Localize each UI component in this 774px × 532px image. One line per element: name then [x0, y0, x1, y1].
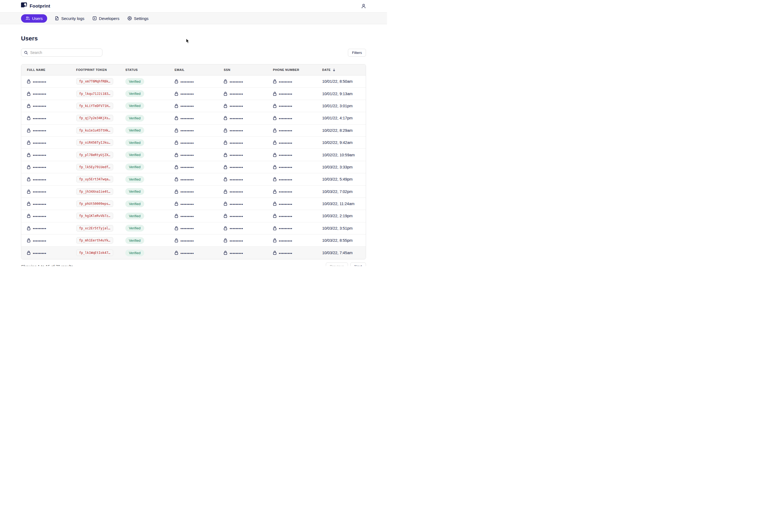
search-input[interactable]: [30, 50, 99, 55]
lock-icon: [27, 140, 30, 145]
tab-users[interactable]: Users: [21, 14, 47, 23]
masked-ssn: •••••••••: [230, 117, 243, 120]
filters-button[interactable]: Filters: [348, 49, 366, 57]
masked-ssn: •••••••••: [230, 165, 243, 169]
table-row[interactable]: ••••••••• fp_mh1Eerth4uYk… Verified ••••…: [21, 234, 366, 247]
lock-icon: [273, 165, 277, 169]
date-cell: 10/03/22, 3:33pm: [316, 165, 366, 169]
email-cell: •••••••••: [169, 226, 218, 230]
page-title: Users: [21, 35, 366, 42]
column-header-date[interactable]: DATE: [316, 68, 366, 72]
masked-email: •••••••••: [181, 80, 194, 84]
toolbar: Filters: [21, 49, 366, 57]
lock-icon: [175, 104, 178, 108]
footprint-token[interactable]: fp_uy5Ert347wqa…: [76, 176, 113, 182]
account-button[interactable]: [360, 3, 367, 10]
table-row[interactable]: ••••••••• fp_pl78eRtyUjZX… Verified ••••…: [21, 149, 366, 161]
ssn-cell: •••••••••: [218, 153, 267, 157]
email-cell: •••••••••: [169, 177, 218, 181]
lock-icon: [175, 116, 178, 120]
email-cell: •••••••••: [169, 153, 218, 157]
table-row[interactable]: ••••••••• fp_qj7y2e34KjXs… Verified ••••…: [21, 112, 366, 124]
lock-icon: [27, 189, 30, 194]
results-summary: Showing 1 to 15 of 70 results: [21, 264, 73, 266]
table-row[interactable]: ••••••••• fp_ku1e1u45TtHk… Verified ••••…: [21, 125, 366, 137]
column-header-ssn: SSN: [218, 68, 267, 71]
table-row[interactable]: ••••••••• fp_kLiYTeDFV71H… Verified ••••…: [21, 100, 366, 112]
table-row[interactable]: ••••••••• fp_lk1WqEtIok47… Verified ••••…: [21, 247, 366, 259]
lock-icon: [224, 128, 227, 133]
lock-icon: [273, 189, 277, 194]
search-box[interactable]: [21, 49, 102, 57]
footprint-token[interactable]: fp_jh34Xna1ie4t…: [76, 188, 113, 195]
footprint-token[interactable]: fp_ku1e1u45TtHk…: [76, 127, 113, 134]
footprint-token[interactable]: fp_hg1KleRvVb7z…: [76, 213, 113, 219]
footprint-token-cell: fp_oiR456TyIJku…: [71, 139, 120, 146]
date-cell: 10/03/22, 7:02pm: [316, 189, 366, 194]
tab-settings[interactable]: Settings: [127, 15, 149, 22]
full-name-cell: •••••••••: [21, 189, 71, 194]
table-row[interactable]: ••••••••• fp_xc2Er5tTyjal… Verified ••••…: [21, 222, 366, 234]
status-badge: Verified: [125, 115, 144, 122]
status-badge: Verified: [125, 127, 144, 134]
ssn-cell: •••••••••: [218, 92, 267, 96]
masked-email: •••••••••: [181, 153, 194, 157]
masked-full-name: •••••••••: [33, 153, 46, 157]
status-badge: Verified: [125, 102, 144, 109]
masked-phone-number: •••••••••: [279, 153, 292, 157]
next-button[interactable]: Next: [350, 262, 366, 266]
ssn-cell: •••••••••: [218, 177, 267, 181]
lock-icon: [175, 79, 178, 84]
email-cell: •••••••••: [169, 116, 218, 120]
phone-number-cell: •••••••••: [267, 153, 317, 157]
footprint-token[interactable]: fp_kLiYTeDFV71H…: [76, 103, 113, 109]
status-badge: Verified: [125, 176, 144, 183]
tab-label: Developers: [99, 16, 119, 21]
gear-icon: [127, 16, 132, 20]
footprint-token[interactable]: fp_phUt50009eps…: [76, 201, 113, 207]
lock-icon: [273, 226, 277, 230]
email-cell: •••••••••: [169, 128, 218, 133]
full-name-cell: •••••••••: [21, 214, 71, 218]
table-row[interactable]: ••••••••• fp_oiR456TyIJku… Verified ••••…: [21, 137, 366, 149]
table-row[interactable]: ••••••••• fp_hg1KleRvVb7z… Verified ••••…: [21, 210, 366, 222]
footprint-token-cell: fp_lk5Ey79iUedf…: [71, 164, 120, 170]
footprint-token[interactable]: fp_lk5Ey79iUedf…: [76, 164, 113, 170]
footprint-token[interactable]: fp_xc2Er5tTyjal…: [76, 225, 113, 232]
lock-icon: [175, 251, 178, 255]
footprint-token[interactable]: fp_lkqu71J2i183…: [76, 91, 113, 97]
full-name-cell: •••••••••: [21, 92, 71, 96]
brand-name: Footprint: [30, 4, 50, 9]
date-cell: 10/03/22, 3:51pm: [316, 226, 366, 230]
table-row[interactable]: ••••••••• fp_lk5Ey79iUedf… Verified ••••…: [21, 161, 366, 173]
full-name-cell: •••••••••: [21, 153, 71, 157]
masked-full-name: •••••••••: [33, 104, 46, 108]
footprint-token[interactable]: fp_oiR456TyIJku…: [76, 139, 113, 146]
table-row[interactable]: ••••••••• fp_phUt50009eps… Verified ••••…: [21, 198, 366, 210]
lock-icon: [273, 140, 277, 145]
phone-number-cell: •••••••••: [267, 128, 317, 133]
footprint-token[interactable]: fp_xm7T6MqhfRBk…: [76, 78, 113, 85]
lock-icon: [273, 177, 277, 181]
table-row[interactable]: ••••••••• fp_xm7T6MqhfRBk… Verified ••••…: [21, 75, 366, 88]
footprint-token[interactable]: fp_mh1Eerth4uYk…: [76, 237, 113, 244]
footprint-logo[interactable]: Footprint: [21, 2, 50, 10]
footprint-token[interactable]: fp_pl78eRtyUjZX…: [76, 152, 113, 158]
tab-developers[interactable]: Developers: [92, 15, 120, 22]
column-header-phone-number: PHONE NUMBER: [267, 68, 317, 71]
column-header-email: EMAIL: [169, 68, 218, 71]
email-cell: •••••••••: [169, 165, 218, 169]
table-row[interactable]: ••••••••• fp_jh34Xna1ie4t… Verified ••••…: [21, 186, 366, 198]
footprint-token[interactable]: fp_qj7y2e34KjXs…: [76, 115, 113, 121]
full-name-cell: •••••••••: [21, 177, 71, 181]
masked-email: •••••••••: [181, 215, 194, 218]
masked-full-name: •••••••••: [33, 178, 46, 181]
status-badge: Verified: [125, 164, 144, 170]
table-row[interactable]: ••••••••• fp_lkqu71J2i183… Verified ••••…: [21, 88, 366, 100]
footprint-token[interactable]: fp_lk1WqEtIok47…: [76, 250, 113, 256]
previous-button[interactable]: Previous: [326, 262, 348, 266]
main-content: Users Filters FULL NAME FOOTPRINT TOKEN …: [0, 35, 387, 266]
table-row[interactable]: ••••••••• fp_uy5Ert347wqa… Verified ••••…: [21, 173, 366, 185]
tab-security-logs[interactable]: Security logs: [54, 15, 85, 22]
masked-phone-number: •••••••••: [279, 202, 292, 206]
